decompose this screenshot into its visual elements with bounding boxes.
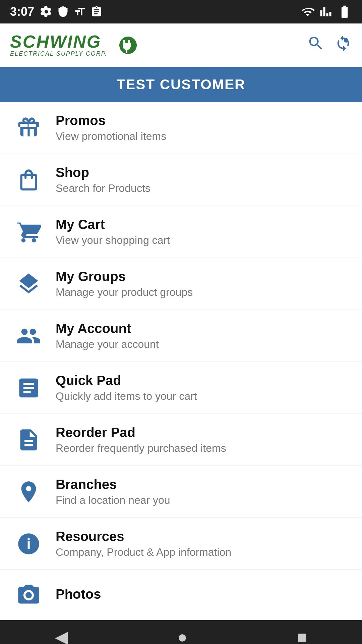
menu-text-reorder-pad: Reorder Pad Reorder frequently purchased… bbox=[56, 425, 226, 454]
battery-icon bbox=[337, 4, 352, 19]
gear-icon bbox=[40, 6, 52, 18]
svg-text:i: i bbox=[26, 536, 31, 552]
app-header: SCHWING ELECTRICAL SUPPLY CORP. bbox=[0, 23, 362, 67]
pin-icon bbox=[13, 477, 44, 507]
back-button[interactable]: ◀ bbox=[35, 624, 88, 644]
menu-desc-reorder-pad: Reorder frequently purchased items bbox=[56, 442, 226, 454]
menu-text-photos: Photos bbox=[56, 587, 101, 604]
home-button[interactable]: ● bbox=[157, 624, 207, 644]
menu-title-shop: Shop bbox=[56, 165, 150, 180]
menu-item-promos[interactable]: Promos View promotional items bbox=[0, 102, 362, 154]
status-left-icons bbox=[40, 6, 103, 18]
menu-title-quick-pad: Quick Pad bbox=[56, 373, 197, 388]
menu-text-my-groups: My Groups Manage your product groups bbox=[56, 269, 193, 299]
menu-desc-my-account: Manage your account bbox=[56, 338, 159, 351]
menu-text-branches: Branches Find a location near you bbox=[56, 477, 170, 506]
menu-item-photos[interactable]: Photos bbox=[0, 570, 362, 620]
shield-icon bbox=[57, 6, 69, 18]
menu-list: Promos View promotional items Shop Searc… bbox=[0, 102, 362, 620]
cart-icon bbox=[13, 217, 44, 247]
logo-schwing: SCHWING bbox=[10, 33, 107, 50]
layers-icon bbox=[13, 269, 44, 299]
refresh-account-button[interactable] bbox=[335, 35, 352, 56]
menu-item-resources[interactable]: i Resources Company, Product & App infor… bbox=[0, 518, 362, 570]
menu-title-branches: Branches bbox=[56, 477, 170, 492]
svg-rect-2 bbox=[128, 40, 130, 43]
menu-text-promos: Promos View promotional items bbox=[56, 113, 166, 143]
signal-icon bbox=[320, 6, 332, 18]
status-time: 3:07 bbox=[10, 5, 34, 19]
svg-rect-1 bbox=[123, 40, 125, 43]
logo-plug-icon bbox=[111, 35, 137, 55]
info-icon: i bbox=[13, 529, 44, 559]
menu-text-resources: Resources Company, Product & App informa… bbox=[56, 529, 231, 558]
logo-text: SCHWING ELECTRICAL SUPPLY CORP. bbox=[10, 33, 107, 57]
menu-title-promos: Promos bbox=[56, 113, 166, 128]
menu-text-quick-pad: Quick Pad Quickly add items to your cart bbox=[56, 373, 197, 402]
customer-name: TEST CUSTOMER bbox=[117, 76, 246, 92]
bottom-nav: ◀ ● ■ bbox=[0, 620, 362, 644]
search-button[interactable] bbox=[307, 35, 324, 56]
status-right-icons bbox=[301, 4, 352, 19]
bag-icon bbox=[13, 165, 44, 195]
customer-banner: TEST CUSTOMER bbox=[0, 67, 362, 102]
menu-title-my-groups: My Groups bbox=[56, 269, 193, 284]
clipboard-icon bbox=[90, 6, 103, 18]
status-time-area: 3:07 bbox=[10, 5, 103, 19]
doc-icon bbox=[13, 425, 44, 455]
svg-rect-3 bbox=[126, 50, 127, 53]
menu-title-reorder-pad: Reorder Pad bbox=[56, 425, 226, 440]
logo-sub: ELECTRICAL SUPPLY CORP. bbox=[10, 50, 107, 57]
menu-item-my-cart[interactable]: My Cart View your shopping cart bbox=[0, 206, 362, 258]
status-bar: 3:07 bbox=[0, 0, 362, 23]
menu-item-quick-pad[interactable]: Quick Pad Quickly add items to your cart bbox=[0, 362, 362, 414]
menu-desc-promos: View promotional items bbox=[56, 130, 166, 143]
menu-item-shop[interactable]: Shop Search for Products bbox=[0, 154, 362, 206]
menu-item-my-account[interactable]: My Account Manage your account bbox=[0, 310, 362, 362]
menu-item-my-groups[interactable]: My Groups Manage your product groups bbox=[0, 258, 362, 310]
gift-icon bbox=[13, 113, 44, 143]
menu-title-photos: Photos bbox=[56, 587, 101, 602]
menu-title-my-account: My Account bbox=[56, 321, 159, 336]
recents-button[interactable]: ■ bbox=[277, 624, 327, 644]
menu-text-shop: Shop Search for Products bbox=[56, 165, 150, 195]
menu-desc-shop: Search for Products bbox=[56, 182, 150, 195]
menu-item-branches[interactable]: Branches Find a location near you bbox=[0, 466, 362, 518]
menu-desc-my-groups: Manage your product groups bbox=[56, 286, 193, 299]
font-icon bbox=[74, 6, 86, 18]
menu-title-resources: Resources bbox=[56, 529, 231, 544]
wifi-icon bbox=[301, 5, 314, 18]
menu-desc-quick-pad: Quickly add items to your cart bbox=[56, 390, 197, 402]
list-icon bbox=[13, 373, 44, 403]
header-actions bbox=[307, 35, 352, 56]
menu-title-my-cart: My Cart bbox=[56, 217, 170, 232]
menu-item-reorder-pad[interactable]: Reorder Pad Reorder frequently purchased… bbox=[0, 414, 362, 466]
users-icon bbox=[13, 321, 44, 351]
menu-desc-resources: Company, Product & App information bbox=[56, 546, 231, 558]
menu-desc-my-cart: View your shopping cart bbox=[56, 234, 170, 247]
menu-text-my-account: My Account Manage your account bbox=[56, 321, 159, 351]
logo-container: SCHWING ELECTRICAL SUPPLY CORP. bbox=[10, 33, 137, 57]
menu-text-my-cart: My Cart View your shopping cart bbox=[56, 217, 170, 247]
menu-desc-branches: Find a location near you bbox=[56, 494, 170, 506]
camera-icon bbox=[13, 580, 44, 610]
